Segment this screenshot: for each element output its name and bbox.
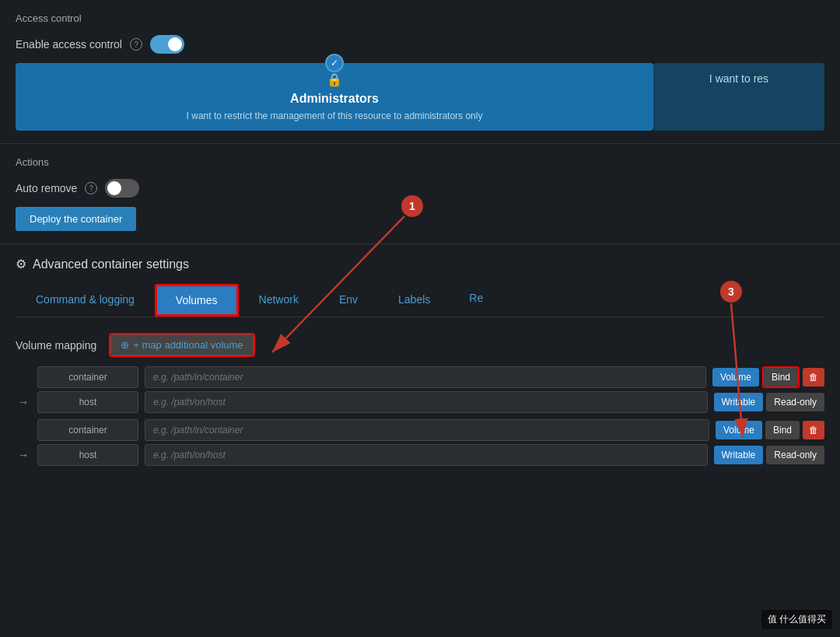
volume-host-row-2: → host Writable Read-only bbox=[16, 444, 824, 466]
tab-volumes[interactable]: Volumes bbox=[155, 284, 239, 317]
deploy-button[interactable]: Deploy the container bbox=[16, 207, 136, 231]
actions-title: Actions bbox=[16, 156, 824, 168]
restrict-access-card[interactable]: I want to res bbox=[653, 63, 824, 131]
readonly-btn-1[interactable]: Read-only bbox=[766, 393, 824, 411]
access-cards-container: ✓ 🔒 Administrators I want to restrict th… bbox=[16, 63, 824, 131]
volume-type-buttons-1: Volume Bind 🗑 bbox=[712, 366, 824, 388]
enable-access-row: Enable access control ? bbox=[16, 35, 824, 54]
container-path-input-2[interactable] bbox=[145, 419, 709, 441]
writable-btn-2[interactable]: Writable bbox=[714, 446, 764, 464]
volume-access-buttons-1: Writable Read-only bbox=[714, 393, 825, 411]
enable-access-label: Enable access control bbox=[16, 38, 122, 51]
admin-card-check-icon: ✓ bbox=[325, 54, 344, 72]
access-control-section: Access control Enable access control ? ✓… bbox=[0, 0, 840, 144]
volume-container-row-1: container Volume Bind 🗑 bbox=[16, 366, 824, 388]
container-label-1: container bbox=[37, 366, 138, 388]
tab-labels[interactable]: Labels bbox=[378, 284, 450, 317]
volume-type-btn-1[interactable]: Volume bbox=[712, 368, 759, 387]
tab-env[interactable]: Env bbox=[319, 284, 378, 317]
container-label-2: container bbox=[37, 419, 138, 441]
tab-network[interactable]: Network bbox=[239, 284, 319, 317]
bind-type-btn-1[interactable]: Bind bbox=[764, 368, 798, 387]
volume-mapping-label: Volume mapping bbox=[16, 339, 96, 352]
auto-remove-row: Auto remove ? bbox=[16, 179, 824, 198]
volume-container-row-2: container Volume Bind 🗑 bbox=[16, 419, 824, 441]
delete-volume-btn-1[interactable]: 🗑 bbox=[803, 368, 824, 387]
enable-access-toggle[interactable] bbox=[150, 35, 184, 54]
container-path-input-1[interactable] bbox=[145, 366, 706, 388]
volume-type-btn-2[interactable]: Volume bbox=[716, 421, 762, 439]
add-volume-button[interactable]: ⊕ + map additional volume bbox=[110, 334, 253, 355]
host-label-2: host bbox=[37, 444, 138, 466]
actions-section: Actions Auto remove ? Deploy the contain… bbox=[0, 144, 840, 244]
auto-remove-toggle[interactable] bbox=[105, 179, 139, 198]
gear-icon: ⚙ bbox=[16, 257, 26, 271]
auto-remove-help-icon[interactable]: ? bbox=[85, 182, 97, 194]
enable-access-help-icon[interactable]: ? bbox=[130, 38, 142, 51]
arrow-icon-2: → bbox=[16, 449, 31, 461]
admin-card-icon: 🔒 bbox=[28, 72, 641, 87]
volume-access-buttons-2: Writable Read-only bbox=[714, 446, 825, 464]
host-path-input-2[interactable] bbox=[145, 444, 708, 466]
delete-volume-btn-2[interactable]: 🗑 bbox=[803, 421, 824, 439]
auto-remove-label: Auto remove bbox=[16, 182, 77, 194]
readonly-btn-2[interactable]: Read-only bbox=[766, 446, 824, 464]
writable-btn-1[interactable]: Writable bbox=[714, 393, 764, 411]
restrict-card-text: I want to res bbox=[666, 72, 812, 85]
volume-host-row-1: → host Writable Read-only bbox=[16, 391, 824, 413]
tab-command-logging[interactable]: Command & logging bbox=[16, 284, 155, 317]
advanced-settings-title: ⚙ Advanced container settings bbox=[16, 257, 824, 271]
advanced-settings-section: ⚙ Advanced container settings Command & … bbox=[0, 244, 840, 485]
tab-re[interactable]: Re bbox=[450, 284, 502, 317]
volume-type-buttons-2: Volume Bind 🗑 bbox=[716, 421, 824, 439]
volume-row-group-2: container Volume Bind 🗑 → host Writable … bbox=[16, 419, 824, 466]
access-control-title: Access control bbox=[16, 12, 824, 24]
volume-mapping-header: Volume mapping ⊕ + map additional volume bbox=[16, 333, 824, 357]
plus-icon: ⊕ bbox=[121, 339, 129, 351]
admin-card-title: Administrators bbox=[28, 92, 641, 106]
bind-type-btn-2[interactable]: Bind bbox=[765, 421, 800, 439]
volume-row-group-1: container Volume Bind 🗑 → host Writable … bbox=[16, 366, 824, 413]
admin-access-card[interactable]: ✓ 🔒 Administrators I want to restrict th… bbox=[16, 63, 653, 131]
admin-card-desc: I want to restrict the management of thi… bbox=[28, 110, 641, 121]
tabs-container: Command & logging Volumes Network Env La… bbox=[16, 284, 824, 317]
host-path-input-1[interactable] bbox=[145, 391, 708, 413]
arrow-icon-1: → bbox=[16, 396, 31, 408]
host-label-1: host bbox=[37, 391, 138, 413]
